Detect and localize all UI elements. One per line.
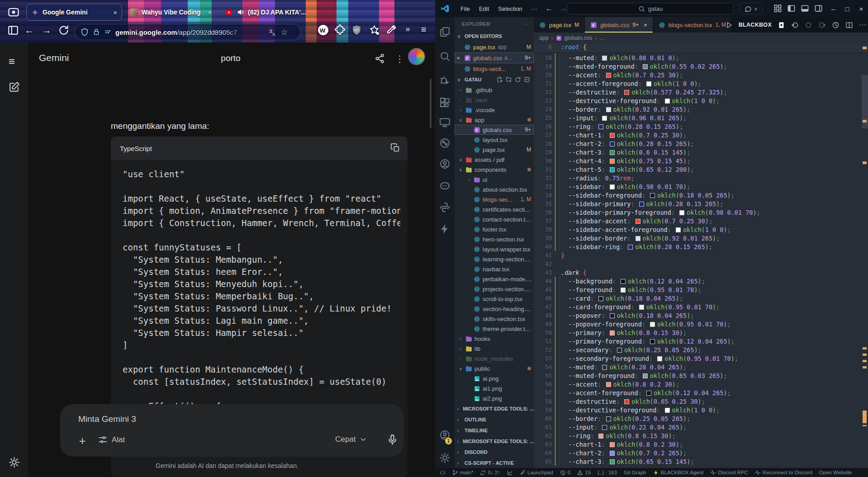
tab-close-icon[interactable]: × [113,9,117,16]
color-swatch[interactable] [606,382,611,387]
tree-folder-components[interactable]: ∨components [455,165,534,175]
tree-file-layout-wrapper.tsx[interactable]: layout-wrapper.tsx [455,244,534,254]
status-0-2-[interactable]: 0↓ 2↑ [480,470,500,476]
tree-folder-hooks[interactable]: ›hooks [455,334,534,344]
color-swatch[interactable] [610,459,615,464]
tree-file-section-heading....[interactable]: section-heading.... [455,304,534,314]
tree-file-hero-section.tsx[interactable]: hero-section.tsx [455,234,534,244]
overflow-chevrons-icon[interactable]: » [402,24,413,36]
status-launchpad[interactable]: Launchpad [520,470,553,476]
command-search-box[interactable]: gatau [567,3,734,14]
timeline-history-icon[interactable] [832,21,840,29]
tree-file-projects-section....[interactable]: projects-section.... [455,284,534,294]
url-bar[interactable]: gemini.google.com/app/2092dd8905c7 文A ☆ [75,24,301,40]
tree-file-globals.css[interactable]: #globals.css9+ [455,125,534,135]
breadcrumb[interactable]: app › # globals.css › ... [534,33,868,43]
tree-folder-ui[interactable]: ›ui [455,175,534,184]
color-swatch[interactable] [610,331,615,335]
color-swatch[interactable] [646,81,651,86]
open-editors-header[interactable]: ∨OPEN EDITORS [455,31,534,42]
color-swatch[interactable] [602,56,607,61]
puzzle-extension-icon[interactable] [334,24,346,36]
forward-icon[interactable]: → [41,24,52,36]
browser-tab-youtube[interactable]: (82) DJ APA KITA'... [220,4,315,21]
tree-file-theme-provider.t...[interactable]: theme-provider.t... [455,324,534,334]
star-badge-extension-icon[interactable] [369,24,380,36]
sidebar-section-cs-script-active[interactable]: ›CS-SCRIPT - ACTIVE [455,458,534,468]
tree-file-perbaikan-mode....[interactable]: perbaikan-mode.... [455,274,534,284]
color-swatch[interactable] [598,124,603,129]
reload-icon[interactable] [58,24,70,36]
firefox-view-button[interactable] [7,6,20,19]
color-swatch[interactable] [636,219,640,224]
tree-file-contact-section.t...[interactable]: contact-section.t... [455,214,534,224]
tree-file-scroll-to-top.tsx[interactable]: scroll-to-top.tsx [455,294,534,304]
color-swatch[interactable] [665,408,670,413]
status-discord-rpc[interactable]: Discord RPC [710,470,748,476]
color-swatch[interactable] [624,90,629,95]
gemini-logo-text[interactable]: Gemini [39,52,69,63]
color-swatch[interactable] [610,167,615,172]
tree-file-page.tsx[interactable]: page.tsxM [455,145,534,155]
color-swatch[interactable] [676,227,681,232]
maximize-button[interactable]: □ [840,0,854,17]
bookmark-star-icon[interactable]: ☆ [281,28,288,37]
tree-file-about-section.tsx[interactable]: about-section.tsx [455,184,534,194]
color-swatch[interactable] [665,99,670,104]
tree-folder-.vscode[interactable]: ›.vscode [455,105,534,115]
color-swatch[interactable] [598,296,603,301]
activity-source-control-graph-icon[interactable] [439,137,451,149]
open-editor-item[interactable]: page.tsxappM [455,42,534,52]
run-icon[interactable] [725,21,733,29]
model-selector[interactable]: Cepat [335,435,367,444]
translate-icon[interactable]: 文A [269,28,277,36]
project-header[interactable]: ∨GATAU [455,74,534,85]
sidebar-section-timeline[interactable]: ›TIMELINE [455,425,534,436]
color-swatch[interactable] [643,64,648,69]
color-swatch[interactable] [636,236,640,241]
open-editor-item[interactable]: blogs-secti...1, M [455,63,534,74]
url-text[interactable]: gemini.google.com/app/2092dd8905c7 [115,28,265,36]
copy-code-icon[interactable] [390,143,400,153]
status-reconnect-to-discord[interactable]: Reconnect to Discord [755,470,812,476]
color-swatch[interactable] [650,339,655,344]
microphone-icon[interactable] [387,434,398,445]
color-swatch[interactable] [610,133,615,138]
color-swatch[interactable] [602,425,607,430]
tab-close-icon[interactable]: × [208,9,212,16]
toggle-sidebar-icon[interactable] [787,4,796,13]
color-swatch[interactable] [610,150,615,155]
status--163[interactable]: {..} : 163 [598,470,617,475]
nav-back-icon[interactable]: ← [545,4,554,13]
activity-thunder-client-icon[interactable] [439,223,451,235]
color-swatch[interactable] [679,210,684,215]
new-folder-icon[interactable] [506,76,512,83]
color-swatch[interactable] [657,356,662,361]
menu-edit[interactable]: Edit [474,5,493,12]
tree-file-certificates-secti...[interactable]: certificates-secti... [455,204,534,214]
activity-extensions-icon[interactable] [439,97,451,108]
activity-remote-explorer-icon[interactable] [439,117,451,128]
status-15[interactable]: 15 [577,470,591,476]
color-swatch[interactable] [643,373,648,378]
overview-ruler[interactable] [862,17,868,468]
color-swatch[interactable] [598,434,603,439]
menu-more[interactable]: ··· [527,5,542,12]
ublock-extension-icon[interactable]: uO [351,24,362,36]
activity-search-icon[interactable] [439,51,451,62]
add-attachment-icon[interactable]: + [76,435,88,447]
nav-circle-back-icon[interactable] [791,21,799,29]
tree-file-ai1.png[interactable]: ai1.png [455,383,534,393]
tree-folder-assets / pdf[interactable]: ∨assets / pdf [455,155,534,165]
new-chat-icon[interactable] [9,81,20,93]
tab-close-icon[interactable]: × [644,22,647,28]
close-editor-icon[interactable]: × [455,55,462,61]
color-swatch[interactable] [610,313,615,318]
open-editor-item[interactable]: ×#globals.cssa...9+ [455,52,534,63]
close-button[interactable]: × [854,0,868,17]
activity-python-icon[interactable] [439,202,451,213]
tree-file-blogs-sec...[interactable]: blogs-sec...1, M [455,194,534,204]
color-swatch[interactable] [650,322,655,327]
share-icon[interactable] [375,53,385,64]
blackbox-logo-icon[interactable] [778,21,785,29]
